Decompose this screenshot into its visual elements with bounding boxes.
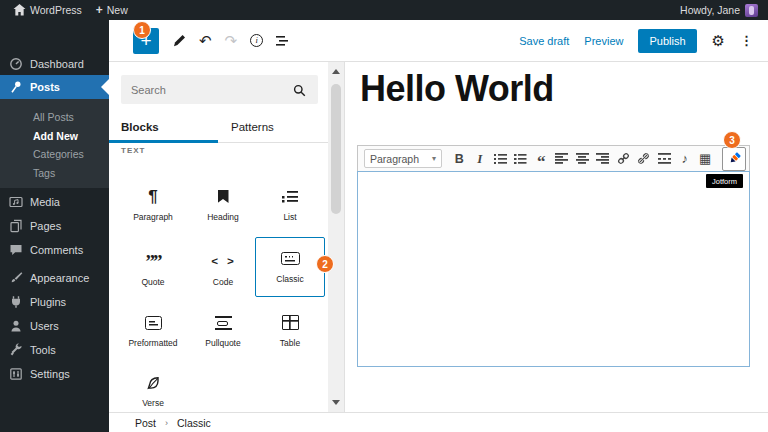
sidebar-item-appearance[interactable]: Appearance — [0, 266, 109, 290]
sidebar-item-media[interactable]: Media — [0, 190, 109, 214]
block-item-pullquote[interactable]: Pullquote — [188, 304, 258, 358]
sidebar-item-settings[interactable]: Settings — [0, 362, 109, 386]
block-item-table[interactable]: Table — [255, 304, 325, 358]
post-title[interactable]: Hello World — [360, 68, 554, 110]
block-item-quote[interactable]: ”” Quote — [118, 243, 188, 297]
new-content-menu[interactable]: + New — [91, 0, 133, 20]
block-label: Pullquote — [205, 338, 240, 348]
read-more-button[interactable] — [654, 148, 675, 169]
block-label: Quote — [141, 277, 164, 287]
align-right-icon — [596, 153, 609, 164]
align-center-button[interactable] — [572, 148, 593, 169]
scroll-up-icon[interactable] — [332, 69, 340, 74]
classic-block-content[interactable] — [357, 171, 750, 367]
inserter-scrollbar[interactable] — [328, 62, 344, 412]
details-info-button[interactable]: i — [250, 34, 263, 47]
blockquote-button[interactable]: “ — [531, 145, 552, 173]
breadcrumb-post[interactable]: Post — [135, 417, 156, 429]
italic-button[interactable]: I — [470, 148, 491, 169]
block-item-list[interactable]: List — [255, 178, 325, 232]
list-view-button[interactable] — [276, 36, 288, 46]
block-item-heading[interactable]: Heading — [188, 178, 258, 232]
sidebar-item-comments[interactable]: Comments — [0, 238, 109, 262]
toolbar-toggle-button[interactable]: ▦ — [695, 148, 716, 169]
block-item-preformatted[interactable]: Preformatted — [118, 304, 188, 358]
heading-icon — [218, 190, 229, 203]
avatar — [745, 4, 758, 17]
publish-button[interactable]: Publish — [638, 29, 696, 53]
submenu-all-posts[interactable]: All Posts — [0, 108, 109, 127]
tab-patterns[interactable]: Patterns — [231, 115, 274, 142]
jotform-button[interactable] — [722, 147, 746, 171]
sidebar-item-tools[interactable]: Tools — [0, 338, 109, 362]
edit-mode-pencil-icon[interactable] — [172, 34, 186, 48]
account-menu[interactable]: Howdy, Jane — [680, 4, 760, 17]
sidebar-label: Pages — [30, 220, 61, 232]
sidebar-item-pages[interactable]: Pages — [0, 214, 109, 238]
sidebar-item-plugins[interactable]: Plugins — [0, 290, 109, 314]
verse-feather-icon — [145, 375, 161, 391]
block-label: List — [283, 212, 296, 222]
align-right-button[interactable] — [593, 148, 614, 169]
plus-icon: + — [96, 4, 103, 16]
annotation-step-2: 2 — [316, 255, 334, 273]
insert-link-button[interactable] — [613, 148, 634, 169]
jotform-tooltip: Jotform — [706, 174, 743, 188]
chevron-down-icon: ▾ — [432, 154, 436, 163]
tab-blocks[interactable]: Blocks — [121, 115, 159, 142]
sidebar-item-users[interactable]: Users — [0, 314, 109, 338]
options-kebab-button[interactable]: ⋮ — [740, 33, 753, 48]
align-left-button[interactable] — [552, 148, 573, 169]
wp-site-menu[interactable]: WordPress — [8, 0, 87, 20]
active-tab-underline — [109, 140, 218, 143]
breadcrumb-separator: › — [165, 418, 168, 428]
preformatted-icon — [145, 316, 162, 330]
posts-pin-icon — [9, 80, 23, 94]
scroll-down-icon[interactable] — [332, 400, 340, 405]
home-icon — [13, 4, 26, 16]
sidebar-label: Comments — [30, 244, 83, 256]
undo-button[interactable]: ↶ — [199, 33, 212, 48]
link-icon — [617, 152, 630, 165]
block-breadcrumb: Post › Classic — [109, 412, 768, 432]
block-item-classic[interactable]: Classic — [255, 237, 325, 297]
sidebar-label: Appearance — [30, 272, 89, 284]
sidebar-item-posts[interactable]: Posts — [0, 75, 109, 99]
remove-link-button[interactable] — [634, 148, 655, 169]
block-item-code[interactable]: < > Code — [188, 243, 258, 297]
save-draft-button[interactable]: Save draft — [519, 35, 569, 47]
block-item-paragraph[interactable]: ¶ Paragraph — [118, 178, 188, 232]
appearance-icon — [9, 271, 23, 285]
users-icon — [9, 319, 23, 333]
block-label: Verse — [142, 398, 164, 408]
submenu-categories[interactable]: Categories — [0, 145, 109, 164]
submenu-add-new[interactable]: Add New — [0, 127, 109, 146]
settings-icon — [9, 367, 23, 381]
numbered-list-button[interactable] — [511, 148, 532, 169]
comments-icon — [9, 243, 23, 257]
bullet-list-button[interactable] — [490, 148, 511, 169]
annotation-step-1: 1 — [133, 21, 151, 39]
breadcrumb-classic[interactable]: Classic — [177, 417, 211, 429]
add-media-button[interactable]: ♪ — [675, 148, 696, 169]
sidebar-item-dashboard[interactable]: Dashboard — [0, 52, 109, 76]
settings-gear-button[interactable]: ⚙ — [712, 32, 725, 50]
bold-button[interactable]: B — [449, 148, 470, 169]
block-item-verse[interactable]: Verse — [118, 364, 188, 418]
submenu-tags[interactable]: Tags — [0, 164, 109, 183]
tools-icon — [9, 343, 23, 357]
list-view-icon — [276, 36, 288, 46]
sidebar-label: Plugins — [30, 296, 66, 308]
format-select[interactable]: Paragraph ▾ — [364, 149, 442, 168]
preview-button[interactable]: Preview — [584, 35, 623, 47]
admin-sidebar: Dashboard Posts All Posts Add New Catego… — [0, 20, 109, 432]
category-label: TEXT — [121, 146, 145, 155]
block-label: Code — [213, 277, 233, 287]
sidebar-label: Posts — [30, 81, 60, 93]
scrollbar-thumb[interactable] — [331, 84, 341, 214]
redo-button[interactable]: ↷ — [225, 33, 238, 48]
align-center-icon — [576, 153, 589, 164]
new-label: New — [107, 4, 128, 16]
search-input[interactable] — [121, 75, 318, 104]
site-name: WordPress — [30, 4, 82, 16]
